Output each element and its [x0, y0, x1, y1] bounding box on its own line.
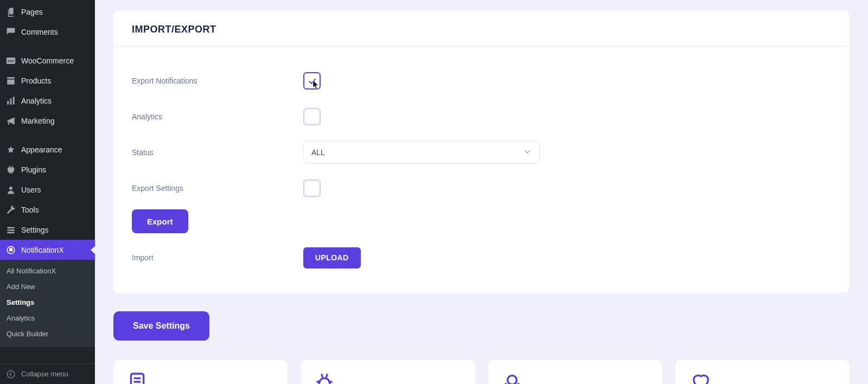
- appearance-icon: [5, 144, 16, 155]
- import-export-panel: IMPORT/EXPORT Export Notifications Analy…: [113, 11, 850, 293]
- svg-rect-4: [13, 97, 15, 104]
- sidebar-item-label: Pages: [21, 8, 43, 16]
- submenu-item-quick-builder[interactable]: Quick Builder: [0, 326, 95, 342]
- comments-icon: [5, 27, 16, 37]
- svg-point-5: [9, 187, 12, 190]
- sidebar-item-label: Comments: [21, 28, 58, 36]
- sidebar-item-plugins[interactable]: Plugins: [0, 159, 95, 180]
- checkbox-export-settings[interactable]: [303, 180, 321, 197]
- checkbox-export-notifications[interactable]: [303, 72, 321, 89]
- bug-icon: [314, 371, 335, 384]
- settings-icon: [5, 225, 16, 235]
- sidebar-item-label: Users: [21, 185, 41, 194]
- checkbox-analytics[interactable]: [303, 108, 321, 125]
- woocommerce-icon: woo: [5, 55, 16, 66]
- sidebar-item-label: Plugins: [21, 165, 46, 174]
- import-export-form: Export Notifications Analytics: [113, 47, 850, 276]
- tools-icon: [5, 204, 16, 215]
- sidebar-item-label: WooCommerce: [21, 56, 74, 65]
- sidebar-item-products[interactable]: Products: [0, 71, 95, 91]
- sidebar-item-settings[interactable]: Settings: [0, 220, 95, 240]
- pages-icon: [5, 7, 16, 17]
- sidebar-item-analytics[interactable]: Analytics: [0, 91, 95, 111]
- sidebar-item-label: Products: [21, 76, 51, 85]
- sidebar-item-pages[interactable]: Pages: [0, 2, 95, 22]
- label-analytics: Analytics: [132, 112, 303, 121]
- info-card-1[interactable]: [113, 360, 288, 384]
- row-export-settings: Export Settings: [132, 170, 831, 206]
- support-icon: [501, 371, 523, 384]
- sidebar-item-label: Analytics: [21, 97, 52, 105]
- sidebar-item-label: Settings: [21, 226, 49, 234]
- sidebar-item-notificationx[interactable]: NotificationX: [0, 240, 95, 260]
- chevron-down-icon: [523, 148, 532, 158]
- collapse-icon: [5, 369, 16, 380]
- info-card-2[interactable]: [301, 360, 475, 384]
- active-arrow-icon: [91, 246, 95, 254]
- svg-rect-2: [7, 101, 9, 105]
- sidebar-item-appearance[interactable]: Appearance: [0, 139, 95, 159]
- sidebar-item-label: Marketing: [21, 117, 54, 125]
- label-export-settings: Export Settings: [132, 184, 303, 193]
- main-content: IMPORT/EXPORT Export Notifications Analy…: [95, 0, 868, 384]
- svg-point-13: [7, 370, 15, 378]
- row-export-notifications: Export Notifications: [132, 63, 831, 99]
- collapse-menu-button[interactable]: Collapse menu: [0, 363, 95, 384]
- sidebar-item-label: Appearance: [21, 145, 62, 154]
- export-button[interactable]: Export: [132, 209, 188, 233]
- sidebar-item-marketing[interactable]: Marketing: [0, 111, 95, 131]
- marketing-icon: [5, 116, 16, 126]
- sidebar-item-label: NotificationX: [21, 246, 64, 254]
- svg-point-18: [319, 378, 330, 384]
- sidebar-item-users[interactable]: Users: [0, 180, 95, 200]
- plugins-icon: [5, 164, 16, 175]
- label-export-notifications: Export Notifications: [132, 76, 303, 85]
- submenu-item-add-new[interactable]: Add New: [0, 279, 95, 295]
- heart-icon: [688, 371, 713, 384]
- sidebar-item-tools[interactable]: Tools: [0, 200, 95, 220]
- select-status-value: ALL: [311, 148, 325, 157]
- sidebar-item-label: Tools: [21, 206, 39, 214]
- products-icon: [5, 75, 16, 86]
- collapse-menu-label: Collapse menu: [21, 370, 68, 378]
- notificationx-icon: [5, 245, 16, 255]
- svg-rect-3: [10, 98, 12, 104]
- info-card-4[interactable]: [675, 360, 850, 384]
- select-status[interactable]: ALL: [303, 141, 540, 164]
- sidebar-item-woocommerce[interactable]: woo WooCommerce: [0, 50, 95, 71]
- svg-point-11: [9, 232, 11, 234]
- svg-point-9: [8, 227, 10, 229]
- notificationx-submenu: All NotificationX Add New Settings Analy…: [0, 260, 95, 347]
- svg-point-19: [507, 375, 516, 384]
- row-analytics: Analytics: [132, 99, 831, 135]
- row-status: Status ALL: [132, 135, 831, 170]
- svg-text:woo: woo: [7, 59, 14, 62]
- analytics-icon: [5, 95, 16, 106]
- sidebar-item-comments[interactable]: Comments: [0, 22, 95, 42]
- save-settings-button[interactable]: Save Settings: [113, 311, 209, 341]
- label-status: Status: [132, 148, 303, 157]
- submenu-item-settings[interactable]: Settings: [0, 295, 95, 310]
- wp-admin-sidebar: Pages Comments woo WooCommerce Products: [0, 0, 95, 384]
- panel-header: IMPORT/EXPORT: [113, 11, 850, 47]
- submenu-item-analytics[interactable]: Analytics: [0, 310, 95, 326]
- panel-title: IMPORT/EXPORT: [132, 24, 831, 35]
- row-import: Import UPLOAD: [132, 240, 831, 276]
- svg-point-10: [11, 229, 14, 231]
- upload-button[interactable]: UPLOAD: [303, 247, 361, 268]
- users-icon: [5, 184, 16, 195]
- label-import: Import: [132, 253, 303, 262]
- submenu-item-all-notificationx[interactable]: All NotificationX: [0, 263, 95, 279]
- document-icon: [126, 371, 148, 384]
- info-card-3[interactable]: [488, 360, 662, 384]
- info-cards: [113, 360, 850, 384]
